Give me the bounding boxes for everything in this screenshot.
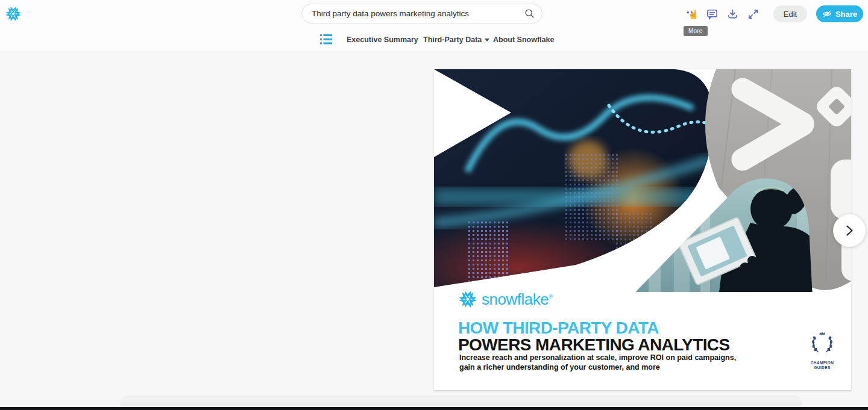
eye-off-icon (822, 9, 832, 19)
nav-item-label: Third-Party Data (423, 36, 482, 44)
registered-mark: ® (549, 294, 552, 300)
chevron-right-icon (843, 224, 856, 237)
nav-item-label: About Snowflake (493, 36, 554, 44)
search-icon[interactable] (524, 8, 535, 19)
nav-item-executive-summary[interactable]: Executive Summary (347, 36, 418, 44)
table-of-contents-icon[interactable] (320, 34, 332, 45)
more-button[interactable]: ☝ (681, 4, 702, 24)
slide-snowflake-brand: snowflake® (458, 290, 552, 309)
search-bar[interactable] (301, 4, 542, 23)
subtitle-line1: Increase reach and personalization at sc… (459, 353, 736, 362)
comment-icon[interactable] (702, 4, 722, 24)
champion-guides-badge: CHAMPION GUIDES (805, 331, 839, 370)
hero-collage-image (434, 69, 851, 292)
document-page[interactable]: snowflake® HOW THIRD-PARTY DATA POWERS M… (434, 69, 851, 390)
share-button[interactable]: Share (816, 5, 863, 22)
expand-icon[interactable] (743, 4, 763, 24)
chevron-down-icon (485, 39, 489, 42)
search-input[interactable] (312, 9, 524, 18)
nav-item-about-snowflake[interactable]: About Snowflake (493, 36, 554, 44)
nav-item-third-party-data[interactable]: Third-Party Data (423, 36, 489, 44)
snowflake-logo-icon[interactable] (5, 5, 22, 22)
slide-title-line2: POWERS MARKETING ANALYTICS (458, 335, 730, 355)
share-label: Share (835, 10, 857, 19)
edit-button[interactable]: Edit (773, 5, 807, 22)
document-nav: Executive Summary Third-Party Data About… (0, 30, 868, 51)
subtitle-line2: gain a richer understanding of your cust… (459, 362, 736, 372)
nav-item-label: Executive Summary (347, 36, 418, 44)
brand-wordmark: snowflake (482, 290, 549, 308)
snowflake-logo-icon (458, 290, 477, 309)
badge-line1: CHAMPION (805, 361, 839, 365)
bottom-dark-bar (0, 407, 868, 410)
slide-subtitle: Increase reach and personalization at sc… (459, 353, 736, 372)
toolbar: ☝ (681, 0, 763, 28)
download-icon[interactable] (722, 4, 743, 24)
badge-line2: GUIDES (805, 365, 839, 370)
next-page-button[interactable] (833, 214, 866, 247)
laurel-crown-icon (810, 331, 835, 357)
